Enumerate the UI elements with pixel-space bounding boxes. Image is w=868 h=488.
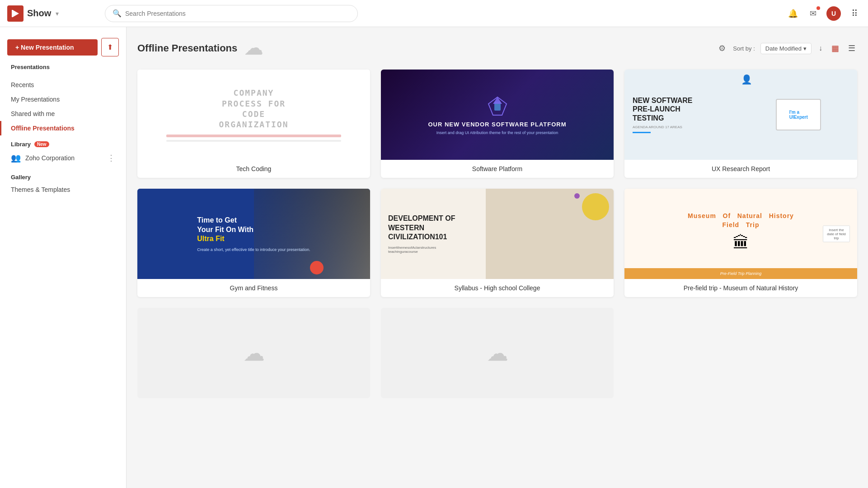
my-presentations-label: My Presentations xyxy=(11,96,60,103)
presentation-card-gym-fitness[interactable]: Time to GetYour Fit On WithUltra Fit Cre… xyxy=(137,189,370,297)
empty-slot-2: ☁ xyxy=(381,308,614,398)
main-layout: + New Presentation ⬆ Presentations Recen… xyxy=(0,27,868,488)
notification-icon[interactable]: 🔔 xyxy=(787,7,799,20)
gym-circle-accent xyxy=(310,261,324,274)
syllabus-title: DEVELOPMENT OFWESTERNCIVILIZATION101 xyxy=(388,214,606,242)
software-thumb-title: OUR NEW VENDOR SOFTWARE PLATFORM xyxy=(428,121,566,128)
gym-heading: Time to GetYour Fit On WithUltra Fit xyxy=(197,216,310,244)
thumb-tech-bar xyxy=(166,135,341,137)
empty-cloud-icon-1: ☁ xyxy=(243,340,265,366)
card-title: UX Research Report xyxy=(624,160,857,178)
museum-building-icon: 🏛 xyxy=(733,233,749,252)
empty-cloud-icon-2: ☁ xyxy=(487,340,508,366)
search-bar[interactable]: 🔍 xyxy=(105,5,358,22)
logo-area: Show ▾ xyxy=(7,5,98,22)
empty-slot-1: ☁ xyxy=(137,308,370,398)
new-presentation-area: + New Presentation ⬆ xyxy=(7,38,119,56)
sidebar-item-my-presentations[interactable]: My Presentations xyxy=(0,92,126,107)
settings-icon[interactable]: ⚙ xyxy=(717,42,727,55)
offline-label: Offline Presentations xyxy=(11,125,75,132)
sidebar: + New Presentation ⬆ Presentations Recen… xyxy=(0,27,127,488)
library-section-title: Library xyxy=(11,141,31,148)
museum-note: Insert the date of field trip xyxy=(823,226,850,242)
ux-accent-line xyxy=(633,132,651,133)
museum-title: Museum Of Natural HistoryField Trip xyxy=(688,212,794,229)
content-area: Offline Presentations ☁ ⚙ Sort by : Date… xyxy=(127,27,868,488)
museum-footer-text: Pre-Field Trip Planning xyxy=(720,271,761,276)
sidebar-item-zoho-corp[interactable]: 👥 Zoho Corporation ⋮ xyxy=(0,149,126,167)
card-thumbnail: Time to GetYour Fit On WithUltra Fit Cre… xyxy=(137,189,370,279)
library-org-icon: 👥 xyxy=(11,153,21,163)
card-thumbnail: Museum Of Natural HistoryField Trip 🏛 In… xyxy=(624,189,857,279)
upload-button[interactable]: ⬆ xyxy=(101,38,119,56)
sidebar-item-recents[interactable]: Recents xyxy=(0,78,126,92)
library-new-badge: New xyxy=(34,141,49,147)
sidebar-item-themes-templates[interactable]: Themes & Templates xyxy=(0,182,126,197)
app-dropdown-caret[interactable]: ▾ xyxy=(56,10,59,17)
card-thumbnail: 👤 NEW SOFTWAREPRE-LAUNCHTESTING AGENDA A… xyxy=(624,70,857,160)
empty-slots-row: ☁ ☁ xyxy=(137,308,857,398)
syllabus-sub: InsertthemesofAclarstructuresteachingura… xyxy=(388,246,606,254)
gallery-section-header: Gallery xyxy=(0,167,126,182)
syllabus-text: DEVELOPMENT OFWESTERNCIVILIZATION101 Ins… xyxy=(381,207,614,261)
sidebar-item-offline-presentations[interactable]: Offline Presentations xyxy=(0,121,126,135)
ux-left-panel: NEW SOFTWAREPRE-LAUNCHTESTING AGENDA ARO… xyxy=(629,93,745,137)
new-presentation-button[interactable]: + New Presentation xyxy=(7,39,98,56)
apps-grid-icon[interactable]: ⠿ xyxy=(848,7,861,20)
top-navigation: Show ▾ 🔍 🔔 ✉ U ⠿ xyxy=(0,0,868,27)
user-avatar[interactable]: U xyxy=(826,6,841,21)
sidebar-item-shared-with-me[interactable]: Shared with me xyxy=(0,107,126,121)
ux-mockup: I'm aUIExpert xyxy=(776,99,821,130)
recents-label: Recents xyxy=(11,81,34,88)
bell-icon: 🔔 xyxy=(788,9,798,19)
card-thumbnail: DEVELOPMENT OFWESTERNCIVILIZATION101 Ins… xyxy=(381,189,614,279)
syllabus-dot-accent xyxy=(574,193,580,199)
card-title: Software Platform xyxy=(381,160,614,178)
svg-marker-0 xyxy=(13,10,19,17)
shared-label: Shared with me xyxy=(11,110,55,117)
app-logo-icon[interactable] xyxy=(7,5,23,22)
thumb-tech-text: COMPANYPROCESS FORCODEORGANIZATION xyxy=(219,88,288,130)
content-header: Offline Presentations ☁ ⚙ Sort by : Date… xyxy=(137,38,857,59)
presentation-card-tech-coding[interactable]: COMPANYPROCESS FORCODEORGANIZATION Tech … xyxy=(137,70,370,178)
grid-view-button[interactable]: ▦ xyxy=(830,42,841,55)
presentation-card-museum[interactable]: Museum Of Natural HistoryField Trip 🏛 In… xyxy=(624,189,857,297)
card-title: Syllabus - High school College xyxy=(381,279,614,297)
presentation-card-syllabus[interactable]: DEVELOPMENT OFWESTERNCIVILIZATION101 Ins… xyxy=(381,189,614,297)
search-input[interactable] xyxy=(125,10,350,17)
ux-mockup-text: I'm aUIExpert xyxy=(789,110,808,120)
presentation-card-software-platform[interactable]: OUR NEW VENDOR SOFTWARE PLATFORM Insert … xyxy=(381,70,614,178)
content-actions: ⚙ Sort by : Date Modified ▾ ↓ ▦ ☰ xyxy=(717,42,857,55)
ux-icon: 👤 xyxy=(741,74,752,85)
syllabus-circle-accent xyxy=(582,193,609,220)
app-name: Show xyxy=(27,8,51,19)
presentations-grid: COMPANYPROCESS FORCODEORGANIZATION Tech … xyxy=(137,70,857,297)
ux-right-panel: I'm aUIExpert xyxy=(745,99,853,130)
library-section-header: Library New xyxy=(0,135,126,149)
svg-marker-4 xyxy=(493,97,502,104)
mail-badge xyxy=(816,6,820,10)
card-title: Pre-field trip - Museum of Natural Histo… xyxy=(624,279,857,297)
presentation-card-ux-research[interactable]: 👤 NEW SOFTWAREPRE-LAUNCHTESTING AGENDA A… xyxy=(624,70,857,178)
offline-cloud-icon: ☁ xyxy=(244,38,263,59)
thumb-tech-line xyxy=(166,140,341,142)
content-title-area: Offline Presentations ☁ xyxy=(137,38,709,59)
list-view-button[interactable]: ☰ xyxy=(846,42,857,55)
gallery-section-title: Gallery xyxy=(11,174,31,181)
mail-icon[interactable]: ✉ xyxy=(807,7,819,20)
library-org-label: Zoho Corporation xyxy=(25,154,103,162)
svg-rect-1 xyxy=(12,10,13,17)
search-icon: 🔍 xyxy=(113,9,122,18)
upload-icon: ⬆ xyxy=(107,43,113,51)
gym-text: Time to GetYour Fit On WithUltra Fit Cre… xyxy=(190,209,317,259)
sort-dropdown-caret: ▾ xyxy=(803,45,807,52)
page-title: Offline Presentations xyxy=(137,42,237,54)
sort-dropdown[interactable]: Date Modified ▾ xyxy=(760,43,812,54)
card-thumbnail: COMPANYPROCESS FORCODEORGANIZATION xyxy=(137,70,370,160)
card-thumbnail: OUR NEW VENDOR SOFTWARE PLATFORM Insert … xyxy=(381,70,614,160)
card-title: Gym and Fitness xyxy=(137,279,370,297)
sort-direction-button[interactable]: ↓ xyxy=(817,42,824,54)
gym-sub: Create a short, yet effective title to i… xyxy=(197,247,310,252)
sort-label: Sort by : xyxy=(733,45,755,52)
library-more-icon[interactable]: ⋮ xyxy=(107,153,115,163)
